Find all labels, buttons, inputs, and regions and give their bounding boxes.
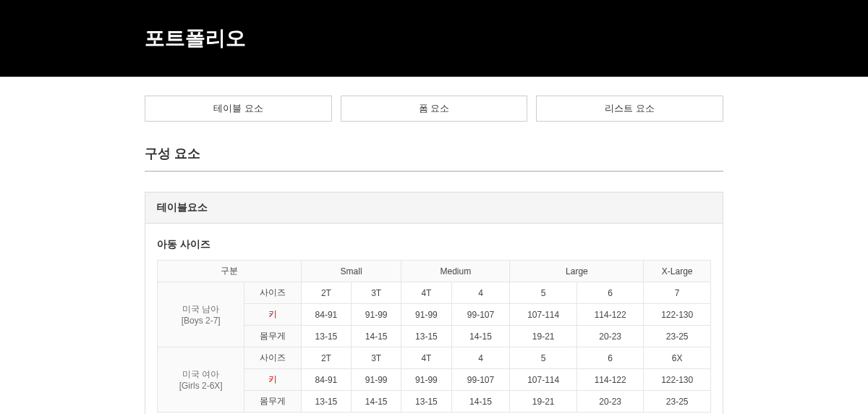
cell: 13-15 — [401, 326, 451, 347]
cell: 107-114 — [510, 369, 577, 391]
cell: 6 — [576, 347, 644, 369]
tab-form-elem[interactable]: 폼 요소 — [341, 96, 528, 122]
cell: 122-130 — [644, 304, 711, 326]
cell: 91-99 — [352, 304, 401, 326]
cell: 13-15 — [301, 391, 351, 413]
cell: 6 — [576, 282, 644, 304]
size-table: 구분 Small Medium Large X-Large 미국 남아 [Boy… — [157, 260, 711, 413]
table-row: 미국 남아 [Boys 2-7] 사이즈 2T 3T 4T 4 5 6 7 — [158, 282, 711, 304]
cell: 91-99 — [352, 369, 401, 391]
col-gubun: 구분 — [158, 261, 302, 282]
tab-list-elem[interactable]: 리스트 요소 — [536, 96, 723, 122]
row-height-label: 키 — [244, 304, 301, 326]
cell: 84-91 — [301, 369, 351, 391]
col-xlarge: X-Large — [644, 261, 711, 282]
row-size-label: 사이즈 — [244, 282, 301, 304]
cell: 5 — [510, 282, 577, 304]
row-boys: 미국 남아 [Boys 2-7] — [158, 282, 244, 347]
col-small: Small — [301, 261, 401, 282]
cell: 114-122 — [576, 369, 644, 391]
cell: 4T — [401, 347, 451, 369]
row-girls-sub: [Girls 2-6X] — [179, 381, 223, 391]
row-weight-label: 몸무게 — [244, 391, 301, 413]
cell: 91-99 — [401, 369, 451, 391]
cell: 14-15 — [352, 326, 401, 347]
cell: 99-107 — [451, 369, 510, 391]
cell: 3T — [352, 347, 401, 369]
size-table-title: 아동 사이즈 — [157, 238, 711, 251]
cell: 23-25 — [644, 391, 711, 413]
row-weight-label: 몸무게 — [244, 326, 301, 347]
cell: 3T — [352, 282, 401, 304]
cell: 19-21 — [510, 326, 577, 347]
row-girls: 미국 여아 [Girls 2-6X] — [158, 347, 244, 413]
cell: 107-114 — [510, 304, 577, 326]
cell: 13-15 — [301, 326, 351, 347]
cell: 19-21 — [510, 391, 577, 413]
cell: 4 — [451, 282, 510, 304]
cell: 20-23 — [576, 326, 644, 347]
cell: 14-15 — [451, 326, 510, 347]
table-header-row: 구분 Small Medium Large X-Large — [158, 261, 711, 282]
panel-header: 테이블요소 — [145, 193, 723, 224]
cell: 7 — [644, 282, 711, 304]
cell: 99-107 — [451, 304, 510, 326]
cell: 6X — [644, 347, 711, 369]
cell: 122-130 — [644, 369, 711, 391]
col-medium: Medium — [401, 261, 510, 282]
section-divider — [145, 171, 723, 172]
col-large: Large — [510, 261, 644, 282]
cell: 4 — [451, 347, 510, 369]
table-panel: 테이블요소 아동 사이즈 구분 Small Medium Large X-Lar… — [145, 192, 723, 414]
row-boys-label: 미국 남아 — [182, 304, 219, 314]
row-girls-label: 미국 여아 — [182, 369, 219, 379]
cell: 13-15 — [401, 391, 451, 413]
cell: 84-91 — [301, 304, 351, 326]
cell: 2T — [301, 347, 351, 369]
row-height-label: 키 — [244, 369, 301, 391]
row-boys-sub: [Boys 2-7] — [182, 316, 221, 326]
cell: 5 — [510, 347, 577, 369]
tab-bar: 테이블 요소 폼 요소 리스트 요소 — [145, 96, 723, 122]
cell: 14-15 — [352, 391, 401, 413]
table-row: 미국 여아 [Girls 2-6X] 사이즈 2T 3T 4T 4 5 6 6X — [158, 347, 711, 369]
section-title: 구성 요소 — [145, 145, 723, 162]
cell: 23-25 — [644, 326, 711, 347]
cell: 2T — [301, 282, 351, 304]
cell: 114-122 — [576, 304, 644, 326]
tab-table-elem[interactable]: 테이블 요소 — [145, 96, 332, 122]
page-title: 포트폴리오 — [145, 25, 723, 52]
cell: 91-99 — [401, 304, 451, 326]
row-size-label: 사이즈 — [244, 347, 301, 369]
cell: 20-23 — [576, 391, 644, 413]
cell: 14-15 — [451, 391, 510, 413]
panel-body: 아동 사이즈 구분 Small Medium Large X-Large 미국 … — [145, 224, 723, 414]
cell: 4T — [401, 282, 451, 304]
page-header: 포트폴리오 — [0, 0, 868, 77]
